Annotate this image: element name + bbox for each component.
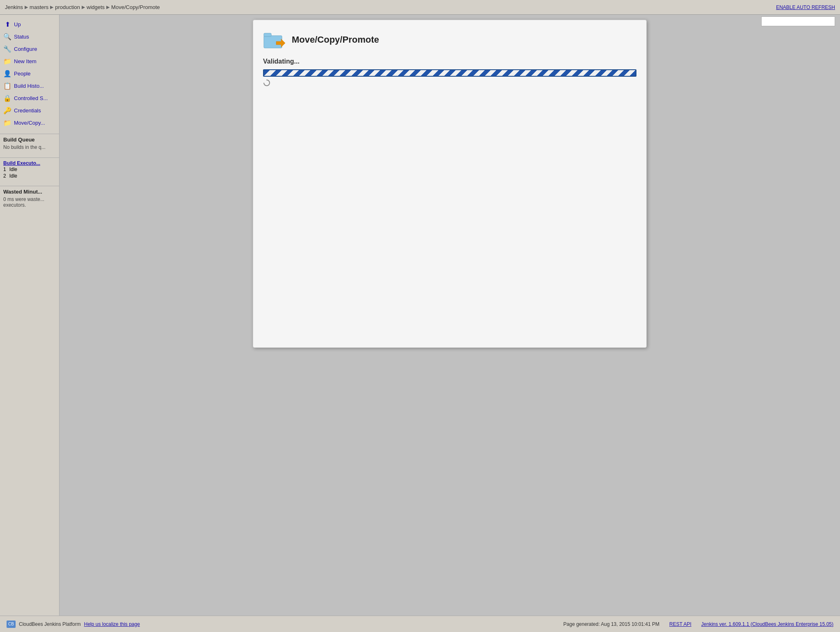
svg-point-3 [264, 80, 270, 86]
content-area: Move/Copy/Promote Validating... [60, 15, 840, 616]
breadcrumb-masters[interactable]: masters [30, 4, 48, 10]
footer: CB CloudBees Jenkins Platform Help us lo… [0, 616, 840, 632]
build-executor-link[interactable]: Build Executo... [3, 160, 56, 166]
executor-row-1: 1 Idle [3, 166, 56, 173]
loading-spinner [263, 79, 270, 88]
executor-status-2: Idle [9, 173, 17, 179]
build-queue-empty: No builds in the q... [3, 144, 56, 150]
modal-header: Move/Copy/Promote [263, 30, 636, 50]
sidebar-label-status: Status [14, 34, 29, 40]
sidebar: ⬆ Up 🔍 Status 🔧 Configure 📁 New Item 👤 P… [0, 15, 60, 616]
search-area [761, 16, 835, 26]
progress-bar-fill [264, 70, 636, 76]
sidebar-nav: ⬆ Up 🔍 Status 🔧 Configure 📁 New Item 👤 P… [0, 18, 59, 129]
people-icon: 👤 [3, 69, 11, 78]
localize-link[interactable]: Help us localize this page [84, 621, 140, 627]
sidebar-item-build-history[interactable]: 📋 Build Histo... [0, 80, 59, 92]
footer-right: Page generated: Aug 13, 2015 10:01:41 PM… [563, 621, 833, 627]
sidebar-item-configure[interactable]: 🔧 Configure [0, 43, 59, 55]
sidebar-item-new-item[interactable]: 📁 New Item [0, 55, 59, 67]
search-input[interactable] [761, 16, 835, 26]
move-copy-promote-icon [263, 30, 286, 50]
progress-bar-container [263, 69, 636, 77]
executor-status-1: Idle [9, 167, 17, 172]
modal-icon-container [263, 30, 286, 50]
breadcrumb-sep-4: ▶ [106, 5, 110, 10]
sidebar-item-move-copy[interactable]: 📁 Move/Copy... [0, 116, 59, 129]
sidebar-item-status[interactable]: 🔍 Status [0, 30, 59, 43]
build-history-icon: 📋 [3, 82, 11, 90]
build-executor-panel: Build Executo... 1 Idle 2 Idle [0, 157, 59, 182]
breadcrumb-production[interactable]: production [55, 4, 80, 10]
sidebar-label-credentials: Credentials [14, 107, 41, 114]
executor-num-1: 1 [3, 167, 6, 172]
footer-left: CB CloudBees Jenkins Platform Help us lo… [7, 621, 140, 628]
sidebar-label-move-copy: Move/Copy... [14, 120, 45, 126]
jenkins-version-link[interactable]: Jenkins ver. 1.609.1.1 (CloudBees Jenkin… [701, 621, 833, 627]
breadcrumb-sep-2: ▶ [50, 5, 53, 10]
executor-num-2: 2 [3, 173, 6, 179]
enable-auto-refresh-link[interactable]: ENABLE AUTO REFRESH [776, 5, 835, 10]
sidebar-item-up[interactable]: ⬆ Up [0, 18, 59, 30]
up-icon: ⬆ [3, 20, 11, 28]
validating-text: Validating... [263, 58, 636, 65]
executor-row-2: 2 Idle [3, 173, 56, 179]
build-queue-title: Build Queue [3, 137, 56, 143]
wasted-panel: Wasted Minut... 0 ms were waste... execu… [0, 186, 59, 210]
breadcrumb-sep-3: ▶ [82, 5, 85, 10]
page-generated-text: Page generated: Aug 13, 2015 10:01:41 PM [563, 621, 659, 627]
wasted-text: 0 ms were waste... executors. [3, 196, 56, 208]
sidebar-label-up: Up [14, 21, 21, 27]
rest-api-link[interactable]: REST API [669, 621, 691, 627]
main-layout: ⬆ Up 🔍 Status 🔧 Configure 📁 New Item 👤 P… [0, 15, 840, 616]
status-icon: 🔍 [3, 32, 11, 41]
sidebar-label-configure: Configure [14, 46, 37, 52]
breadcrumb-current: Move/Copy/Promote [111, 4, 160, 10]
modal-panel: Move/Copy/Promote Validating... [253, 20, 647, 348]
controlled-icon: 🔒 [3, 94, 11, 102]
sidebar-item-credentials[interactable]: 🔑 Credentials [0, 104, 59, 116]
breadcrumb-jenkins[interactable]: Jenkins [5, 4, 23, 10]
top-bar: Jenkins ▶ masters ▶ production ▶ widgets… [0, 0, 840, 15]
footer-brand: CloudBees Jenkins Platform [19, 621, 81, 627]
sidebar-label-new-item: New Item [14, 58, 37, 64]
sidebar-item-people[interactable]: 👤 People [0, 67, 59, 80]
breadcrumb-sep-1: ▶ [25, 5, 28, 10]
configure-icon: 🔧 [3, 45, 11, 53]
credentials-icon: 🔑 [3, 106, 11, 114]
modal-title: Move/Copy/Promote [292, 34, 379, 45]
new-item-icon: 📁 [3, 57, 11, 65]
breadcrumb: Jenkins ▶ masters ▶ production ▶ widgets… [5, 4, 160, 10]
build-queue-panel: Build Queue No builds in the q... [0, 134, 59, 153]
sidebar-label-build-history: Build Histo... [14, 83, 44, 89]
svg-rect-1 [264, 33, 271, 37]
wasted-title: Wasted Minut... [3, 189, 56, 195]
move-copy-icon: 📁 [3, 119, 11, 127]
breadcrumb-widgets[interactable]: widgets [87, 4, 105, 10]
cloudbees-logo-icon: CB [7, 621, 16, 628]
sidebar-label-controlled: Controlled S... [14, 95, 48, 101]
sidebar-label-people: People [14, 71, 30, 77]
sidebar-item-controlled[interactable]: 🔒 Controlled S... [0, 92, 59, 104]
